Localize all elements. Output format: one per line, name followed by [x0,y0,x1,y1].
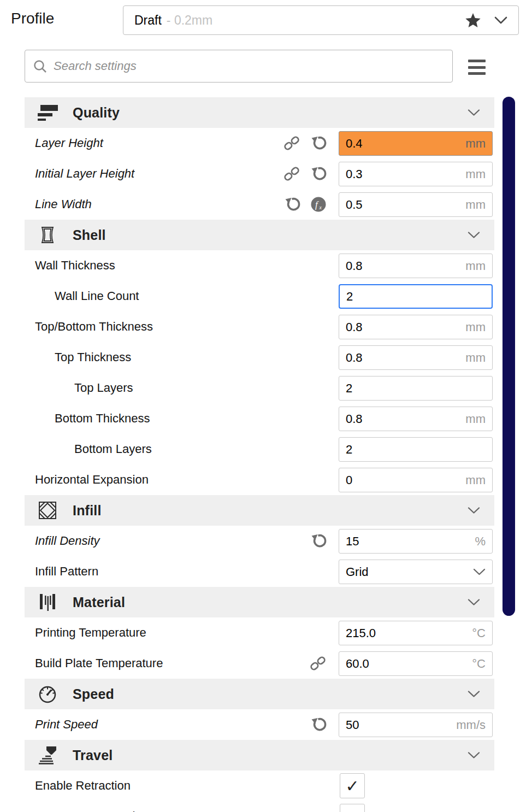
horizontal-expansion-input[interactable]: 0mm [339,468,493,492]
field-unit: mm [465,412,486,426]
build-plate-temperature-input[interactable]: 60.0°C [339,651,493,676]
build-plate-temperature-label: Build Plate Temperature [35,656,163,670]
shell-icon [37,226,58,244]
field-value: 2 [346,443,352,457]
section-header-shell[interactable]: Shell [25,220,494,250]
infill-pattern-row: Infill PatternGrid [25,556,494,587]
section-header-speed[interactable]: Speed [25,679,494,709]
section-header-material[interactable]: Material [25,587,494,617]
travel-icon [37,746,58,764]
top-thickness-label: Top Thickness [55,350,131,364]
section-header-travel[interactable]: Travel [25,740,494,770]
chevron-down-icon [468,507,480,514]
bottom-thickness-input[interactable]: 0.8mm [339,407,493,431]
search-input[interactable] [52,58,445,74]
field-value: 0.4 [346,137,363,151]
layer-height-input[interactable]: 0.4mm [339,131,493,156]
line-width-input[interactable]: 0.5mm [339,192,493,217]
field-value: 60.0 [346,657,369,671]
chevron-down-icon [468,752,480,759]
field-value: 0 [346,473,352,487]
row-indicator-icons [310,716,327,733]
initial-layer-height-row: Initial Layer Height0.3mm [25,158,494,189]
section-header-quality[interactable]: Quality [25,97,494,128]
section-title: Material [73,595,125,610]
row-indicator-icons [309,655,327,672]
scrollbar-thumb[interactable] [503,97,515,616]
speed-icon [37,685,58,704]
bottom-layers-label: Bottom Layers [74,442,152,456]
profile-select[interactable]: Draft - 0.2mm [123,5,519,35]
search-icon [33,59,48,74]
field-value: 0.8 [346,412,363,426]
field-unit: mm [465,137,486,151]
chevron-down-icon [468,599,480,606]
star-icon[interactable] [465,13,481,28]
field-value: 0.8 [346,320,363,334]
chevron-down-icon [468,691,480,698]
section-title: Quality [73,105,120,121]
field-value: 0.8 [346,351,363,365]
top-bottom-thickness-input[interactable]: 0.8mm [339,315,493,339]
retract-at-layer-change-checkbox[interactable] [340,804,365,812]
infill-pattern-label: Infill Pattern [35,564,98,579]
field-unit: mm [465,473,486,487]
printing-temperature-input[interactable]: 215.0°C [339,621,493,645]
reset-icon[interactable] [284,196,300,213]
infill-density-input[interactable]: 15% [339,529,493,554]
row-indicator-icons: fx [284,196,327,213]
row-indicator-icons [310,533,327,549]
wall-thickness-input[interactable]: 0.8mm [339,254,493,278]
section-title: Travel [73,748,113,763]
chevron-down-icon [494,16,507,24]
field-unit: % [475,534,486,549]
field-value: 50 [346,718,359,732]
fx-icon[interactable]: fx [310,196,327,213]
field-value: 2 [346,290,353,304]
line-width-label: Line Width [35,197,92,211]
field-unit: mm [465,320,486,334]
wall-line-count-label: Wall Line Count [55,289,139,303]
field-value: 2 [346,381,352,396]
wall-line-count-input[interactable]: 2 [339,284,493,309]
printing-temperature-row: Printing Temperature215.0°C [25,617,494,648]
link-icon [309,655,327,672]
top-layers-input[interactable]: 2 [339,376,493,401]
top-layers-row: Top Layers2 [25,373,494,403]
check-icon: ✓ [345,776,359,796]
chevron-down-icon [468,109,480,116]
chevron-down-icon [473,568,486,575]
layer-height-row: Layer Height0.4mm [25,128,494,158]
line-width-row: Line Widthfx0.5mm [25,189,494,220]
section-header-infill[interactable]: Infill [25,495,494,526]
print-speed-input[interactable]: 50mm/s [339,713,493,737]
field-value: 0.8 [346,259,363,273]
horizontal-expansion-label: Horizontal Expansion [35,473,149,487]
horizontal-expansion-row: Horizontal Expansion0mm [25,464,494,495]
infill-density-label: Infill Density [35,534,100,548]
menu-icon[interactable] [468,60,486,75]
field-unit: mm [465,259,486,273]
printing-temperature-label: Printing Temperature [35,626,146,640]
top-thickness-input[interactable]: 0.8mm [339,345,493,370]
build-plate-temperature-row: Build Plate Temperature60.0°C [25,648,494,679]
field-unit: mm [465,198,486,212]
infill-density-row: Infill Density15% [25,526,494,556]
reset-icon[interactable] [310,533,327,549]
chevron-down-icon [468,232,480,239]
top-layers-label: Top Layers [74,381,133,395]
infill-pattern-select[interactable]: Grid [339,560,493,584]
search-box[interactable] [25,50,453,83]
reset-icon[interactable] [310,716,327,733]
top-bottom-thickness-row: Top/Bottom Thickness0.8mm [25,311,494,342]
bottom-layers-input[interactable]: 2 [339,437,493,462]
field-unit: mm [465,167,486,181]
field-unit: mm/s [456,718,486,732]
enable-retraction-checkbox[interactable]: ✓ [340,773,365,798]
reset-icon[interactable] [310,166,327,182]
retract-at-layer-change-label: Retract at Layer Change [35,809,166,812]
initial-layer-height-input[interactable]: 0.3mm [339,162,493,186]
reset-icon[interactable] [310,135,327,151]
field-value: 15 [346,534,359,549]
wall-line-count-row: Wall Line Count2 [25,281,494,311]
